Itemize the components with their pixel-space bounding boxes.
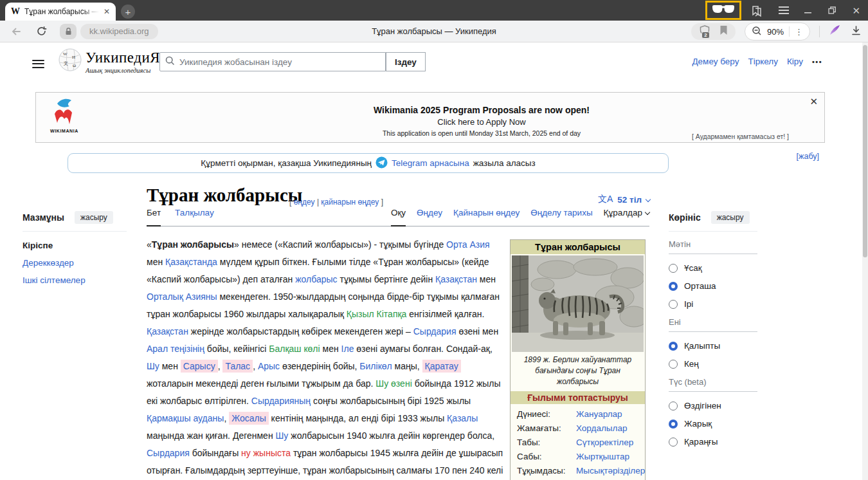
article-tab[interactable]: Өңдеу [417, 208, 442, 226]
infobox-link[interactable]: Сүтқоректілер [576, 438, 633, 448]
header-link[interactable]: Кіру [787, 57, 803, 66]
infobox-link[interactable]: Хордалылар [576, 423, 627, 434]
wiki-link[interactable]: Қазалы [447, 413, 478, 423]
radio-unselected[interactable] [669, 438, 678, 447]
radio-unselected[interactable] [669, 360, 678, 369]
url-field[interactable]: kk.wikipedia.org [80, 24, 158, 39]
wiki-link[interactable]: Билікөл [359, 361, 392, 371]
wiki-search-box[interactable] [159, 52, 386, 71]
radio-unselected[interactable] [669, 300, 678, 309]
wiki-link[interactable]: Арал теңізінің [147, 344, 204, 354]
zoom-control[interactable]: 90% ⋮ [745, 23, 810, 41]
wikipedia-globe-logo[interactable]: W И 文 Ω [58, 47, 82, 75]
radio-option[interactable]: Ірі [669, 299, 757, 309]
article-tab[interactable]: Құралдар [604, 208, 649, 226]
radio-option[interactable]: Қараңғы [669, 437, 757, 447]
collections-icon[interactable] [750, 5, 763, 17]
toc-item[interactable]: Ішкі сілтемелер [23, 275, 127, 285]
radio-option[interactable]: Ұсақ [669, 263, 757, 273]
wiki-link-green[interactable]: Балқаш көлі [269, 344, 320, 354]
radio-option[interactable]: Қалыпты [669, 341, 757, 351]
article-tab[interactable]: Талқылау [175, 208, 214, 226]
radio-option[interactable]: Өздігінен [669, 401, 757, 411]
radio-selected[interactable] [669, 342, 678, 351]
wiki-link[interactable]: Арыс [258, 361, 280, 371]
new-tab-button[interactable]: + [121, 5, 135, 19]
glasses-icon[interactable] [712, 5, 735, 17]
toc-item[interactable]: Кіріспе [23, 241, 127, 250]
wiki-link[interactable]: Қазақстан [435, 274, 477, 284]
banner-close-icon[interactable]: ✕ [809, 96, 818, 107]
wiki-link-highlighted[interactable]: Жосалы [229, 412, 269, 425]
reload-icon[interactable] [36, 26, 47, 37]
wiki-link[interactable]: Іле [341, 344, 354, 354]
wiki-link[interactable]: Сырдария [147, 448, 190, 458]
appearance-hide-button[interactable]: жасыру [711, 211, 750, 224]
radio-option[interactable]: Жарық [669, 419, 757, 429]
infobox-link[interactable]: Мысықтәрізділер [576, 466, 645, 476]
wiki-link-green[interactable]: Қызыл Кітапқа [347, 309, 407, 319]
radio-unselected[interactable] [669, 402, 678, 411]
header-link[interactable]: Тіркелу [748, 57, 778, 66]
tiger-photo[interactable] [512, 255, 644, 352]
infobox-link[interactable]: Жануарлар [576, 409, 622, 420]
wikipedia-wordmark[interactable]: УикипедиЯ Ашық энциклопедиясы [86, 50, 160, 74]
wiki-link[interactable]: Орта Азия [446, 239, 489, 250]
wiki-link-highlighted[interactable]: Талас [222, 360, 253, 373]
downloads-icon[interactable] [851, 25, 862, 39]
zoom-menu-icon[interactable]: ⋮ [795, 27, 803, 37]
wikimania-banner[interactable]: WIKIMANIA Wikimania 2025 Program Proposa… [35, 92, 825, 143]
minimize-icon[interactable] [804, 6, 812, 14]
radio-selected[interactable] [669, 282, 678, 291]
radio-selected[interactable] [669, 420, 678, 429]
toc-item[interactable]: Дереккөздер [23, 258, 127, 268]
radio-option[interactable]: Орташа [669, 281, 757, 291]
banner-apply-link[interactable]: Click here to Apply Now [267, 117, 696, 127]
wiki-link[interactable]: жолбарыс [295, 274, 337, 284]
wiki-link[interactable]: Шу [276, 430, 289, 441]
telegram-channel-link[interactable]: Telegram арнасына [392, 158, 469, 168]
tab-close-icon[interactable]: ✕ [104, 8, 110, 15]
more-options-icon[interactable]: ••• [812, 58, 822, 66]
wiki-link[interactable]: Қазақстанда [165, 257, 217, 267]
radio-option[interactable]: Кең [669, 359, 757, 369]
wiki-link[interactable]: Орталық Азияны [147, 291, 217, 302]
wiki-link[interactable]: Қармақшы ауданы [147, 413, 224, 423]
edit-source-link[interactable]: қайнарын өңдеу [321, 198, 379, 207]
wiki-link-highlighted[interactable]: Қаратау [422, 360, 461, 373]
banner-translate-link[interactable]: [ Аудармамен қамтамасыз ет! ] [692, 133, 789, 140]
bookmark-icon[interactable] [719, 25, 728, 38]
toc-hide-button[interactable]: жасыру [75, 211, 113, 224]
close-window-icon[interactable]: ✕ [852, 6, 860, 15]
header-link[interactable]: Демеу беру [692, 57, 739, 66]
wiki-link-green[interactable]: Шу өзені [375, 378, 411, 389]
back-icon[interactable] [10, 26, 22, 37]
search-input[interactable] [179, 57, 380, 67]
wiki-link-highlighted[interactable]: Сарысу [181, 360, 218, 373]
browser-tab[interactable]: W Тұран жолбарысы — У ✕ [5, 3, 116, 21]
close-banner-link[interactable]: [жабу] [797, 152, 819, 161]
banner-title: Wikimania 2025 Program Proposals are now… [267, 105, 696, 115]
search-button[interactable]: Іздеу [386, 52, 426, 71]
article-tab[interactable]: Бет [147, 208, 161, 226]
wiki-link[interactable]: Шу [147, 361, 159, 371]
wiki-link[interactable]: Қазақстан [147, 326, 188, 337]
main-menu-icon[interactable] [32, 57, 44, 70]
zoom-out-magnifier-icon[interactable] [752, 26, 762, 38]
yandex-feather-icon[interactable] [829, 24, 842, 39]
browser-menu-icon[interactable] [779, 6, 789, 14]
wiki-link[interactable]: Сырдария [413, 326, 457, 337]
site-security-lock[interactable] [60, 24, 77, 39]
wiki-link-red[interactable]: ну жыныста [241, 448, 291, 458]
edit-link[interactable]: өңдеу [294, 198, 315, 207]
radio-unselected[interactable] [669, 264, 678, 273]
article-tab[interactable]: Қайнарын өңдеу [453, 208, 520, 226]
scrollbar-thumb[interactable] [863, 45, 867, 257]
article-tab[interactable]: Өңделу тарихы [530, 208, 592, 226]
restore-window-icon[interactable] [827, 6, 836, 15]
wiki-link[interactable]: Сырдарияның [251, 396, 311, 406]
infobox-link[interactable]: Жыртқыштар [576, 452, 629, 462]
language-selector[interactable]: 文A 52 тіл [598, 194, 650, 205]
page-scrollbar[interactable] [862, 42, 868, 480]
article-tab[interactable]: Оқу [391, 208, 406, 226]
